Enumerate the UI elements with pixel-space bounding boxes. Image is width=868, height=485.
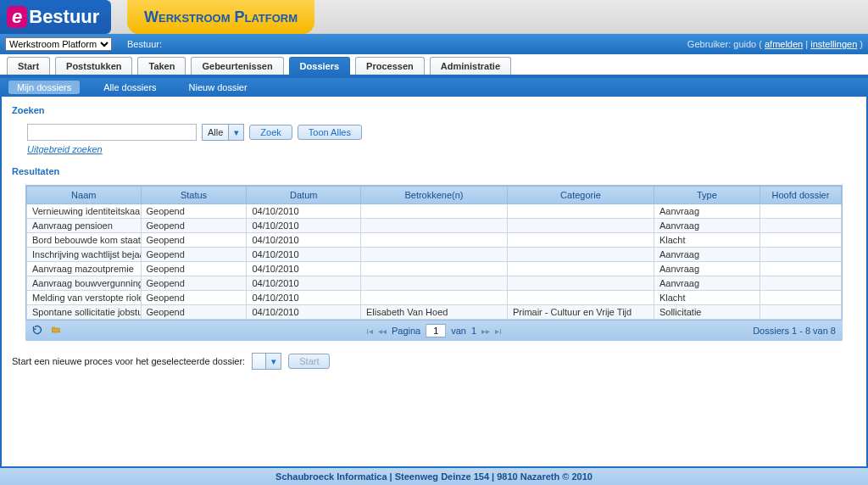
pager-next-icon[interactable]: ▸▸ <box>481 326 490 336</box>
cell-status: Geopend <box>141 219 247 233</box>
cell-betrokkene <box>360 219 507 233</box>
pager: ı◂ ◂◂ Pagina van 1 ▸▸ ▸ı <box>366 324 502 337</box>
start-process-row: Start een nieuwe proces voor het geselec… <box>12 353 856 370</box>
cell-categorie <box>507 276 654 291</box>
cell-betrokkene: Elisabeth Van Hoed <box>360 305 507 320</box>
bestuur-label: Bestuur: <box>127 39 162 49</box>
cell-datum: 04/10/2010 <box>247 276 361 291</box>
cell-datum: 04/10/2010 <box>247 204 361 219</box>
cell-type: Sollicitatie <box>654 305 760 320</box>
start-process-dropdown[interactable]: ▾ <box>252 353 281 370</box>
search-input[interactable] <box>27 124 197 141</box>
start-process-button[interactable]: Start <box>288 354 330 369</box>
cell-betrokkene <box>360 233 507 248</box>
pager-last-icon[interactable]: ▸ı <box>495 326 502 336</box>
col-status[interactable]: Status <box>141 187 247 204</box>
cell-type: Aanvraag <box>654 276 760 291</box>
tab-administratie[interactable]: Administratie <box>430 57 511 75</box>
cell-betrokkene <box>360 276 507 291</box>
cell-naam: Aanvraag mazoutpremie <box>27 262 142 276</box>
cell-status: Geopend <box>141 233 247 248</box>
search-button[interactable]: Zoek <box>249 125 292 140</box>
cell-datum: 04/10/2010 <box>247 248 361 262</box>
table-row[interactable]: Melding van verstopte rioleringGeopend04… <box>27 291 842 305</box>
cell-hoofd <box>760 305 841 320</box>
context-selector[interactable]: Werkstroom Platform <box>5 37 112 51</box>
cell-type: Aanvraag <box>654 204 760 219</box>
subtab-mijn-dossiers[interactable]: Mijn dossiers <box>8 81 80 94</box>
table-row[interactable]: Aanvraag mazoutpremieGeopend04/10/2010Aa… <box>27 262 842 276</box>
cell-hoofd <box>760 291 841 305</box>
logo-name: Bestuur <box>29 6 99 28</box>
settings-link[interactable]: instellingen <box>810 39 857 49</box>
refresh-icon[interactable] <box>32 325 42 337</box>
cell-status: Geopend <box>141 262 247 276</box>
cell-datum: 04/10/2010 <box>247 262 361 276</box>
col-hoofddossier[interactable]: Hoofd dossier <box>760 187 841 204</box>
col-type[interactable]: Type <box>654 187 760 204</box>
content-area: Zoeken Alle ▾ Zoek Toon Alles Uitgebreid… <box>0 97 868 468</box>
cell-datum: 04/10/2010 <box>247 305 361 320</box>
logo-prefix: e <box>7 6 27 28</box>
context-bar: Werkstroom Platform Bestuur: Gebruiker: … <box>0 34 868 54</box>
col-betrokkene[interactable]: Betrokkene(n) <box>360 187 507 204</box>
cell-naam: Inschrijving wachtlijst bejaarde <box>27 248 142 262</box>
tab-processen[interactable]: Processen <box>355 57 425 75</box>
cell-hoofd <box>760 219 841 233</box>
cell-betrokkene <box>360 291 507 305</box>
start-process-label: Start een nieuwe proces voor het geselec… <box>12 356 245 366</box>
subtab-nieuw-dossier[interactable]: Nieuw dossier <box>181 81 256 94</box>
search-scope-dropdown[interactable]: Alle ▾ <box>202 124 244 141</box>
cell-datum: 04/10/2010 <box>247 233 361 248</box>
sub-nav: Mijn dossiers Alle dossiers Nieuw dossie… <box>0 78 868 97</box>
cell-hoofd <box>760 204 841 219</box>
pager-page-input[interactable] <box>426 324 446 337</box>
cell-categorie: Primair - Cultuur en Vrije Tijd <box>507 305 654 320</box>
col-categorie[interactable]: Categorie <box>507 187 654 204</box>
tab-start[interactable]: Start <box>7 57 50 75</box>
app-logo: eBestuur <box>0 0 111 34</box>
logout-link[interactable]: afmelden <box>765 39 803 49</box>
showall-button[interactable]: Toon Alles <box>298 125 362 140</box>
col-naam[interactable]: Naam <box>27 187 142 204</box>
cell-type: Aanvraag <box>654 219 760 233</box>
table-row[interactable]: Aanvraag pensioenGeopend04/10/2010Aanvra… <box>27 219 842 233</box>
pager-total: 1 <box>471 326 476 336</box>
table-row[interactable]: Vernieuwing identiteitskaartGeopend04/10… <box>27 204 842 219</box>
cell-hoofd <box>760 248 841 262</box>
grid-header-row: Naam Status Datum Betrokkene(n) Categori… <box>27 187 842 204</box>
chevron-down-icon[interactable]: ▾ <box>265 354 281 369</box>
cell-categorie <box>507 291 654 305</box>
table-row[interactable]: Aanvraag bouwvergunningGeopend04/10/2010… <box>27 276 842 291</box>
cell-status: Geopend <box>141 204 247 219</box>
tab-dossiers[interactable]: Dossiers <box>289 57 350 75</box>
pager-first-icon[interactable]: ı◂ <box>366 326 373 336</box>
advanced-search-link[interactable]: Uitgebreid zoeken <box>27 144 103 154</box>
cell-betrokkene <box>360 204 507 219</box>
results-title: Resultaten <box>12 166 856 176</box>
cell-naam: Spontane sollicitatie jobstudent <box>27 305 142 320</box>
cell-betrokkene <box>360 262 507 276</box>
table-row[interactable]: Bord bebouwde kom staat verkGeopend04/10… <box>27 233 842 248</box>
cell-naam: Vernieuwing identiteitskaart <box>27 204 142 219</box>
table-row[interactable]: Inschrijving wachtlijst bejaardeGeopend0… <box>27 248 842 262</box>
pager-prev-icon[interactable]: ◂◂ <box>378 326 387 336</box>
page-footer: Schaubroeck Informatica | Steenweg Deinz… <box>0 468 868 485</box>
tab-taken[interactable]: Taken <box>137 57 186 75</box>
folder-icon[interactable] <box>51 325 61 337</box>
col-datum[interactable]: Datum <box>247 187 361 204</box>
cell-categorie <box>507 219 654 233</box>
table-row[interactable]: Spontane sollicitatie jobstudentGeopend0… <box>27 305 842 320</box>
chevron-down-icon[interactable]: ▾ <box>228 125 243 140</box>
grid-footer: ı◂ ◂◂ Pagina van 1 ▸▸ ▸ı Dossiers 1 - 8 … <box>25 321 843 341</box>
cell-hoofd <box>760 276 841 291</box>
cell-naam: Aanvraag pensioen <box>27 219 142 233</box>
subtab-alle-dossiers[interactable]: Alle dossiers <box>95 81 164 94</box>
tab-gebeurtenissen[interactable]: Gebeurtenissen <box>191 57 283 75</box>
cell-status: Geopend <box>141 305 247 320</box>
pager-of-label: van <box>451 326 466 336</box>
tab-poststukken[interactable]: Poststukken <box>55 57 132 75</box>
results-count: Dossiers 1 - 8 van 8 <box>753 326 836 336</box>
user-label: Gebruiker: <box>687 39 731 49</box>
user-name: guido <box>733 39 756 49</box>
